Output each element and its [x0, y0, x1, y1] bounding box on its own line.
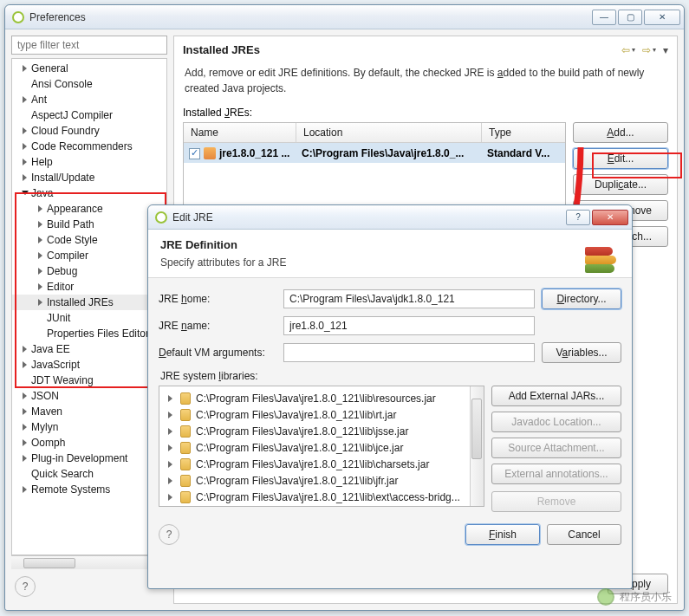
tree-twisty-icon[interactable] — [166, 477, 175, 485]
tree-twisty-icon[interactable] — [21, 189, 29, 198]
tree-node[interactable]: Properties Files Editor — [12, 326, 166, 341]
titlebar[interactable]: Preferences — ▢ ✕ — [5, 5, 684, 29]
nav-menu-icon[interactable]: ▾ — [663, 44, 668, 56]
tree-node[interactable]: Compiler — [12, 248, 166, 263]
tree-twisty-icon[interactable] — [21, 454, 29, 463]
tree-node[interactable]: JDT Weaving — [12, 373, 166, 388]
tree-twisty-icon[interactable] — [21, 345, 29, 353]
tree-twisty-icon[interactable] — [21, 485, 29, 494]
javadoc-location-button[interactable]: Javadoc Location... — [491, 412, 621, 432]
vm-args-input[interactable] — [283, 343, 535, 362]
tree-twisty-icon[interactable] — [166, 444, 175, 452]
tree-horizontal-scrollbar[interactable] — [11, 555, 167, 569]
minimize-button[interactable]: — — [592, 10, 616, 25]
tree-node[interactable]: Quick Search — [12, 466, 166, 482]
tree-node[interactable]: Java EE — [12, 341, 166, 357]
library-item[interactable]: C:\Program Files\Java\jre1.8.0_121\lib\j… — [161, 472, 482, 489]
tree-twisty-icon[interactable] — [166, 411, 175, 419]
edit-button[interactable]: Edit... — [573, 148, 668, 169]
tree-node[interactable]: Debug — [12, 263, 166, 279]
libs-remove-button[interactable]: Remove — [491, 491, 621, 512]
col-location[interactable]: Location — [296, 123, 482, 142]
variables-button[interactable]: Variables... — [542, 342, 621, 363]
tree-twisty-icon[interactable] — [36, 251, 45, 260]
tree-node[interactable]: General — [12, 61, 166, 76]
tree-node[interactable]: JSON — [12, 388, 166, 404]
dialog-help-button[interactable]: ? — [566, 210, 590, 225]
tree-twisty-icon[interactable] — [166, 460, 175, 469]
library-item[interactable]: C:\Program Files\Java\jre1.8.0_121\lib\c… — [161, 456, 482, 472]
system-libraries-list[interactable]: C:\Program Files\Java\jre1.8.0_121\lib\r… — [159, 386, 484, 507]
tree-node[interactable]: AspectJ Compiler — [12, 107, 166, 123]
tree-node[interactable]: Help — [12, 154, 166, 170]
tree-node[interactable]: Code Recommenders — [12, 139, 166, 154]
libs-vertical-scrollbar[interactable] — [470, 386, 484, 506]
dialog-help-icon[interactable]: ? — [159, 524, 179, 545]
add-external-jars-button[interactable]: Add External JARs... — [491, 386, 621, 406]
tree-twisty-icon[interactable] — [21, 158, 29, 166]
jre-name-input[interactable] — [283, 316, 535, 335]
tree-twisty-icon[interactable] — [21, 173, 29, 182]
tree-node[interactable]: Remote Systems — [12, 482, 166, 497]
nav-back-icon[interactable]: ⇦▾ — [621, 44, 635, 56]
tree-node[interactable]: Installed JREs — [12, 295, 166, 310]
tree-twisty-icon[interactable] — [21, 126, 29, 135]
tree-twisty-icon[interactable] — [36, 282, 45, 291]
maximize-button[interactable]: ▢ — [618, 10, 642, 25]
finish-button[interactable]: Finish — [465, 524, 540, 545]
tree-node[interactable]: Appearance — [12, 201, 166, 217]
tree-twisty-icon[interactable] — [36, 220, 45, 229]
col-name[interactable]: Name — [184, 123, 296, 142]
tree-node[interactable]: JUnit — [12, 310, 166, 326]
preferences-tree[interactable]: GeneralAnsi ConsoleAntAspectJ CompilerCl… — [11, 58, 167, 555]
tree-node[interactable]: Oomph — [12, 435, 166, 451]
filter-input[interactable] — [11, 36, 167, 55]
tree-node[interactable]: Ansi Console — [12, 76, 166, 92]
tree-twisty-icon[interactable] — [21, 360, 29, 369]
tree-node[interactable]: JavaScript — [12, 357, 166, 373]
tree-node[interactable]: Maven — [12, 404, 166, 419]
add-button[interactable]: Add... — [573, 122, 668, 143]
jre-home-input[interactable] — [283, 289, 535, 308]
tree-node[interactable]: Cloud Foundry — [12, 123, 166, 139]
tree-node[interactable]: Build Path — [12, 217, 166, 232]
tree-twisty-icon[interactable] — [36, 204, 45, 213]
library-item[interactable]: C:\Program Files\Java\jre1.8.0_121\lib\j… — [161, 439, 482, 456]
tree-twisty-icon[interactable] — [166, 427, 175, 436]
tree-twisty-icon[interactable] — [36, 267, 45, 276]
source-attachment-button[interactable]: Source Attachment... — [491, 438, 621, 458]
tree-node[interactable]: Install/Update — [12, 170, 166, 185]
tree-twisty-icon[interactable] — [21, 64, 29, 73]
tree-node[interactable]: Plug-in Development — [12, 451, 166, 466]
col-type[interactable]: Type — [482, 123, 565, 142]
tree-twisty-icon[interactable] — [36, 236, 45, 244]
duplicate-button[interactable]: Duplicate... — [573, 174, 668, 195]
tree-twisty-icon[interactable] — [21, 423, 29, 431]
table-row[interactable]: jre1.8.0_121 ... C:\Program Files\Java\j… — [184, 143, 565, 163]
row-checkbox[interactable] — [189, 148, 200, 159]
tree-twisty-icon[interactable] — [21, 438, 29, 447]
library-item[interactable]: C:\Program Files\Java\jre1.8.0_121\lib\e… — [161, 489, 482, 505]
cancel-button[interactable]: Cancel — [547, 524, 621, 545]
tree-node[interactable]: Ant — [12, 92, 166, 107]
tree-twisty-icon[interactable] — [21, 95, 29, 104]
directory-button[interactable]: Directory... — [542, 289, 621, 309]
tree-twisty-icon[interactable] — [21, 392, 29, 400]
tree-node[interactable]: Mylyn — [12, 419, 166, 435]
tree-twisty-icon[interactable] — [21, 407, 29, 416]
tree-twisty-icon[interactable] — [36, 298, 45, 307]
tree-node[interactable]: Java — [12, 185, 166, 201]
nav-forward-icon[interactable]: ⇨▾ — [642, 44, 656, 56]
close-button[interactable]: ✕ — [644, 10, 680, 25]
dialog-close-button[interactable]: ✕ — [592, 210, 628, 225]
help-icon[interactable]: ? — [15, 576, 36, 597]
tree-twisty-icon[interactable] — [166, 493, 175, 502]
external-annotations-button[interactable]: External annotations... — [491, 464, 621, 484]
tree-twisty-icon[interactable] — [166, 394, 175, 403]
library-item[interactable]: C:\Program Files\Java\jre1.8.0_121\lib\j… — [161, 423, 482, 439]
tree-node[interactable]: Code Style — [12, 232, 166, 248]
tree-node[interactable]: Editor — [12, 279, 166, 295]
dialog-titlebar[interactable]: Edit JRE ? ✕ — [148, 205, 632, 230]
tree-twisty-icon[interactable] — [21, 142, 29, 151]
library-item[interactable]: C:\Program Files\Java\jre1.8.0_121\lib\r… — [161, 390, 482, 406]
